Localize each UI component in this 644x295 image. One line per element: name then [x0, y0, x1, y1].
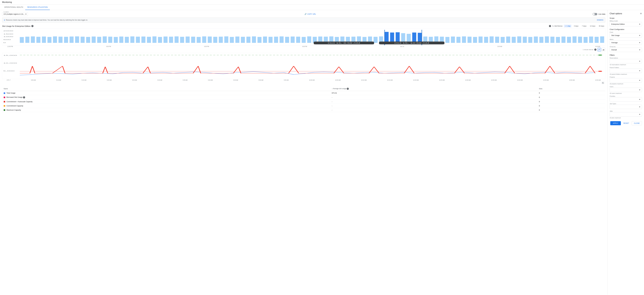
group-by-label: Group by: [610, 46, 642, 47]
projects-select[interactable]: ▾: [610, 78, 642, 83]
time-btn-1day[interactable]: ✓ 1 day: [564, 25, 572, 28]
svg-rect-42: [224, 36, 228, 43]
commitment-autoscale-color: [4, 101, 5, 103]
svg-text:Oct 15, 8:58 AM: Oct 15, 8:58 AM: [328, 42, 360, 44]
group-by-select[interactable]: Overall ▾: [610, 48, 642, 52]
refresh-button[interactable]: ↻ REFRESH: [552, 25, 562, 27]
jobs-label: Jobs: [610, 110, 642, 112]
svg-rect-26: [136, 37, 140, 43]
reservations-chevron: ▾: [639, 60, 640, 62]
refresh-label: REFRESH: [554, 25, 562, 27]
job-types-chevron: ▾: [639, 106, 640, 108]
bar-chart-x-labels: 12:00 PM 3:00 PM 6:00 PM 9:00 PM Oct 15 …: [2, 46, 605, 47]
row-commitment-autoscale-name: Commitment + Autoscale Capacity: [2, 100, 330, 104]
live-data-toggle[interactable]: [592, 13, 597, 15]
tab-operational-health[interactable]: OPERATIONAL HEALTH: [2, 5, 25, 10]
svg-rect-121: [604, 50, 604, 50]
chart-value: Slot Usage: [611, 35, 620, 36]
location-label: Location: [3, 11, 9, 13]
tabs-container: OPERATIONAL HEALTH RESOURCE UTILIZATION: [0, 5, 644, 10]
close-button[interactable]: CLOSE: [632, 121, 642, 125]
chart-help-icon[interactable]: ?: [549, 25, 551, 27]
x-label-4: Oct 15: [400, 46, 404, 47]
svg-rect-101: [550, 37, 554, 43]
interval-help-icon[interactable]: ?: [594, 49, 596, 51]
parent-folders-select[interactable]: ▾: [610, 69, 642, 73]
line-chart-x-labels: UTC-7 9:05 AM 9:10 AM 9:15 AM 9:20 AM 9:…: [2, 79, 605, 81]
dismiss-button[interactable]: DISMISS: [597, 19, 603, 21]
total-usage-color: [4, 92, 5, 94]
svg-rect-36: [191, 37, 195, 43]
stacked-bar-chart-btn[interactable]: [602, 81, 604, 84]
svg-rect-22: [114, 37, 118, 43]
location-value: US (multiple regions in Un...: [4, 13, 25, 15]
line-chart: 15,000 10,000 5,000: [2, 53, 605, 79]
parent-folders-hint: 10 parent folders maximum: [610, 73, 642, 75]
bar-chart-type-btn[interactable]: [602, 48, 605, 52]
svg-text:2000: 2000: [3, 30, 13, 32]
priorities-select[interactable]: ▾: [610, 97, 642, 102]
reset-button[interactable]: RESET: [622, 121, 631, 125]
chart-select[interactable]: Slot Usage ▾: [610, 33, 642, 38]
svg-rect-49: [263, 37, 267, 43]
table-body: Total Usage 673.31 0 Borrowed Slot Usage…: [2, 91, 605, 112]
chart-select-label: Chart: [610, 32, 642, 33]
copy-url-button[interactable]: 🔗 COPY URL: [304, 13, 316, 15]
projects-filter: Projects ▾ 10 projects maximum: [610, 76, 642, 85]
svg-rect-37: [197, 37, 201, 43]
time-btn-14days[interactable]: 14 days: [589, 25, 596, 28]
line-chart-svg: 15,000 10,000 5,000: [2, 53, 605, 79]
svg-text:10,000: 10,000: [3, 63, 17, 64]
row-max-cap-avg: -: [330, 108, 537, 112]
time-btn-7days[interactable]: 7 days: [581, 25, 588, 28]
svg-rect-46: [246, 37, 250, 43]
billing-model-value: Enterprise Edition: [611, 23, 625, 25]
avg-help-icon[interactable]: ?: [347, 88, 349, 90]
scope-label: Scope: [610, 17, 642, 19]
borrowed-help-icon[interactable]: ?: [23, 96, 25, 98]
users-select[interactable]: ▾: [610, 88, 642, 92]
svg-rect-73: [396, 32, 400, 43]
bar-group: [20, 30, 604, 46]
svg-rect-16: [81, 37, 85, 43]
metric-value: Average: [611, 42, 618, 44]
svg-rect-98: [534, 37, 538, 43]
svg-rect-103: [562, 37, 566, 43]
table-row: Borrowed Slot Usage ? - 0: [2, 95, 605, 100]
jobs-select[interactable]: ▾: [610, 112, 642, 117]
svg-rect-47: [252, 36, 256, 43]
tab-resource-utilization[interactable]: RESOURCE UTILIZATION: [25, 5, 50, 10]
sidebar-close-icon[interactable]: ✕: [640, 12, 642, 15]
svg-rect-40: [213, 37, 217, 43]
job-types-filter: Job Types ▾: [610, 103, 642, 109]
svg-text:1000: 1000: [3, 36, 13, 37]
svg-rect-97: [528, 37, 532, 43]
time-btn-3days[interactable]: 3 days: [573, 25, 580, 28]
apply-button[interactable]: APPLY: [610, 121, 621, 125]
info-icon: ℹ: [4, 19, 5, 21]
svg-rect-88: [478, 37, 482, 43]
billing-model-select[interactable]: Enterprise Edition ▾: [610, 22, 642, 26]
x-label-2: 6:00 PM: [204, 46, 209, 47]
svg-rect-71: [384, 32, 389, 43]
chart-title-help-icon[interactable]: ?: [32, 25, 34, 27]
svg-rect-52: [280, 36, 284, 43]
svg-rect-31: [164, 37, 168, 43]
svg-rect-119: [603, 50, 603, 50]
reservations-hint: 10 reservations maximum: [610, 64, 642, 66]
chevron-down-icon: ▾: [26, 13, 26, 15]
row-max-cap-name: Maximum Capacity: [2, 108, 330, 112]
svg-rect-57: [307, 36, 311, 43]
svg-point-126: [598, 55, 602, 56]
chart-title-area: Slot Usage for Enterprise Edition ?: [2, 25, 34, 27]
location-select[interactable]: US (multiple regions in Un... ▾: [2, 12, 28, 16]
app-title: Monitoring: [0, 0, 644, 5]
sidebar-title: Chart options: [610, 13, 622, 15]
reservations-select[interactable]: ▾: [610, 59, 642, 63]
users-hint: 10 users maximum: [610, 93, 642, 94]
job-types-select[interactable]: ▾: [610, 105, 642, 109]
time-btn-30days[interactable]: 30 days: [598, 25, 605, 28]
metric-select[interactable]: Average ▾: [610, 41, 642, 45]
svg-rect-106: [578, 37, 582, 43]
line-chart-type-btn[interactable]: [598, 48, 601, 52]
